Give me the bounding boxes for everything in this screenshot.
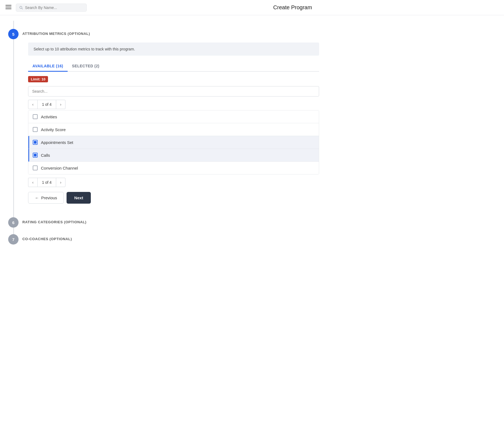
item-label-calls: Calls (41, 153, 50, 158)
step-7-header: 7 CO-COACHES (OPTIONAL) (8, 234, 319, 245)
checkbox-conversion[interactable] (33, 165, 38, 170)
step-7-label: CO-COACHES (OPTIONAL) (22, 234, 72, 241)
limit-badge: Limit: 10 (28, 76, 48, 82)
page-title: Create Program (87, 4, 499, 11)
item-label-appointments: Appointments Set (41, 140, 73, 145)
step-6-header: 6 RATING CATEGORIES (OPTIONAL) (8, 217, 319, 228)
step-7-circle: 7 (8, 234, 19, 245)
prev-page-top-button[interactable]: ‹ (28, 100, 37, 109)
header: Create Program (0, 0, 504, 15)
list-item[interactable]: Calls (28, 149, 319, 162)
list-search-input[interactable] (28, 86, 319, 97)
step-6-circle: 6 (8, 217, 19, 228)
search-bar[interactable] (16, 4, 87, 12)
step-5-section: Select up to 10 attribution metrics to t… (28, 43, 319, 212)
page-indicator-bottom: 1 of 4 (37, 178, 56, 187)
tab-available[interactable]: AVAILABLE (16) (28, 61, 68, 72)
next-page-top-button[interactable]: › (56, 100, 65, 109)
pagination-top: ‹ 1 of 4 › (28, 100, 319, 109)
list-item[interactable]: Activity Score (28, 123, 319, 136)
svg-line-4 (22, 8, 23, 9)
step-connector-67 (13, 228, 14, 234)
step-6-label: RATING CATEGORIES (OPTIONAL) (22, 217, 86, 224)
step-5-circle: 5 (8, 29, 19, 39)
step-connector-top (13, 21, 14, 29)
step-5-label: ATTRIBUTION METRICS (OPTIONAL) (22, 29, 90, 36)
step-5-header: 5 ATTRIBUTION METRICS (OPTIONAL) (8, 29, 319, 39)
step-5-content-wrapper: Select up to 10 attribution metrics to t… (8, 39, 319, 212)
search-icon (19, 6, 23, 10)
page-indicator-top: 1 of 4 (37, 100, 56, 109)
svg-rect-1 (5, 7, 11, 8)
next-page-bottom-button[interactable]: › (56, 178, 65, 187)
arrow-left-icon: ← (35, 195, 39, 200)
action-buttons: ← Previous Next (28, 192, 319, 204)
item-label-activity-score: Activity Score (41, 127, 66, 132)
pagination-bottom: ‹ 1 of 4 › (28, 178, 319, 187)
checkbox-activity-score[interactable] (33, 127, 38, 132)
menu-icon[interactable] (5, 5, 11, 10)
item-label-activities: Activities (41, 114, 57, 119)
previous-label: Previous (41, 195, 57, 200)
main-content: 5 ATTRIBUTION METRICS (OPTIONAL) Select … (0, 15, 327, 250)
checkbox-appointments[interactable] (33, 140, 38, 145)
prev-page-bottom-button[interactable]: ‹ (28, 178, 37, 187)
svg-rect-2 (5, 8, 11, 9)
step-5-connector (13, 39, 14, 212)
checkbox-calls[interactable] (33, 153, 38, 158)
svg-rect-0 (5, 5, 11, 6)
previous-button[interactable]: ← Previous (28, 192, 64, 204)
list-item[interactable]: Conversion Channel (28, 162, 319, 174)
tab-selected[interactable]: SELECTED (2) (68, 61, 104, 72)
info-box: Select up to 10 attribution metrics to t… (28, 43, 319, 56)
attribution-tabs: AVAILABLE (16) SELECTED (2) (28, 61, 319, 72)
step-connector-56 (13, 212, 14, 217)
list-item[interactable]: Activities (28, 110, 319, 123)
list-item[interactable]: Appointments Set (28, 136, 319, 149)
metrics-checklist: Activities Activity Score Appointments S… (28, 110, 319, 174)
search-input[interactable] (25, 5, 83, 10)
next-button[interactable]: Next (67, 192, 91, 204)
item-label-conversion: Conversion Channel (41, 166, 78, 170)
checkbox-activities[interactable] (33, 114, 38, 119)
